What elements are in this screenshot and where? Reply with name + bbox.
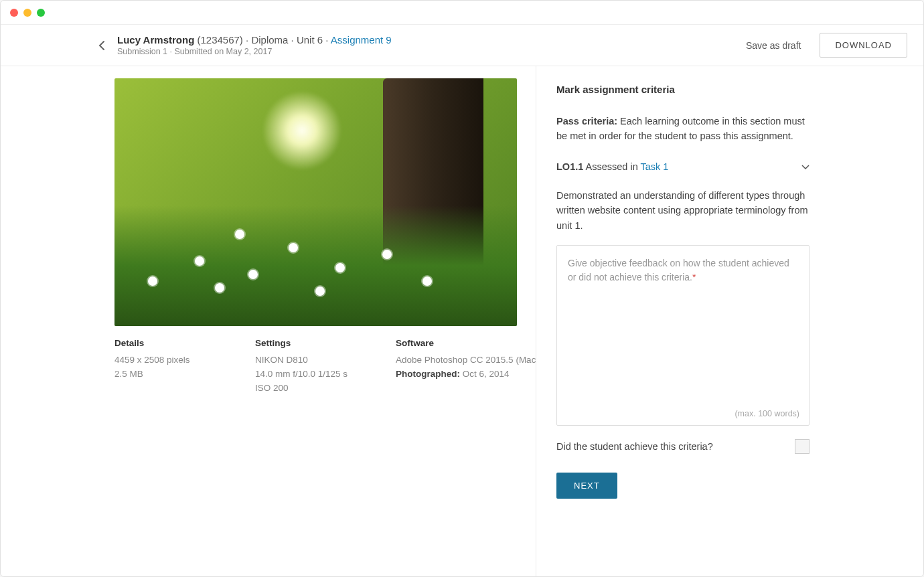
course-name: Diploma [251, 34, 288, 46]
breadcrumb: Lucy Armstrong (1234567) · Diploma · Uni… [117, 34, 392, 46]
flower-icon [289, 243, 298, 252]
image-filesize: 2.5 MB [114, 369, 215, 379]
settings-heading: Settings [255, 338, 356, 348]
word-counter: (max. 100 words) [735, 409, 799, 418]
next-button[interactable]: NEXT [556, 473, 617, 499]
flower-icon [195, 256, 204, 266]
details-heading: Details [114, 338, 215, 348]
feedback-placeholder: Give objective feedback on how the stude… [568, 256, 798, 284]
iso-value: ISO 200 [255, 383, 356, 393]
sun-icon [262, 90, 342, 171]
flower-icon [335, 263, 345, 272]
content: Details 4459 x 2508 pixels 2.5 MB Settin… [1, 66, 923, 576]
task-link[interactable]: Task 1 [640, 161, 668, 172]
lo-label: LO1.1 Assessed in Task 1 [556, 161, 668, 172]
software-heading: Software [396, 338, 536, 348]
chevron-down-icon[interactable] [801, 161, 810, 172]
lo-id: LO1.1 [556, 161, 583, 172]
flower-icon [148, 276, 157, 286]
lo-description: Demonstrated an understanding of differe… [556, 188, 810, 233]
header-right: Save as draft DOWNLOAD [746, 33, 907, 58]
page-header: Lucy Armstrong (1234567) · Diploma · Uni… [1, 25, 923, 66]
submission-image[interactable] [114, 78, 517, 326]
criteria-title: Mark assignment criteria [556, 84, 810, 95]
camera-model: NIKON D810 [255, 355, 356, 365]
image-dimensions: 4459 x 2508 pixels [114, 355, 215, 365]
flower-icon [315, 286, 325, 296]
lens-settings: 14.0 mm f/10.0 1/125 s [255, 369, 356, 379]
achieve-question: Did the student achieve this criteria? [556, 441, 713, 452]
photographed-date: Oct 6, 2014 [460, 369, 510, 379]
feedback-textarea[interactable]: Give objective feedback on how the stude… [556, 245, 810, 426]
window-close-icon[interactable] [10, 9, 18, 17]
achieve-row: Did the student achieve this criteria? [556, 439, 810, 454]
submission-info: Submission 1 · Submitted on May 2, 2017 [117, 47, 392, 56]
unit-name: Unit 6 [297, 34, 323, 46]
pass-label: Pass criteria: [556, 116, 617, 127]
meta-settings: Settings NIKON D810 14.0 mm f/10.0 1/125… [255, 338, 356, 397]
back-chevron-icon[interactable] [96, 39, 108, 52]
software-name: Adobe Photoshop CC 2015.5 (Macintosh) [396, 355, 536, 365]
titlebar [1, 1, 923, 25]
photo-date-row: Photographed: Oct 6, 2014 [396, 369, 536, 379]
required-asterisk: * [692, 272, 696, 282]
save-draft-link[interactable]: Save as draft [746, 40, 801, 51]
flower-icon [248, 270, 258, 279]
flower-icon [422, 276, 432, 286]
pass-criteria-text: Pass criteria: Each learning outcome in … [556, 114, 810, 144]
breadcrumb-wrap: Lucy Armstrong (1234567) · Diploma · Uni… [117, 34, 392, 56]
window-minimize-icon[interactable] [23, 9, 31, 17]
assignment-link[interactable]: Assignment 9 [331, 34, 392, 46]
app-window: Lucy Armstrong (1234567) · Diploma · Uni… [0, 0, 924, 577]
learning-outcome-row[interactable]: LO1.1 Assessed in Task 1 [556, 161, 810, 172]
window-zoom-icon[interactable] [37, 9, 45, 17]
download-button[interactable]: DOWNLOAD [820, 33, 907, 58]
student-name: Lucy Armstrong [117, 34, 194, 46]
grass [114, 205, 517, 326]
submission-panel: Details 4459 x 2508 pixels 2.5 MB Settin… [1, 66, 536, 576]
student-id: (1234567) [197, 34, 242, 46]
header-left: Lucy Armstrong (1234567) · Diploma · Uni… [9, 34, 392, 56]
flower-icon [382, 250, 392, 259]
achieve-checkbox[interactable] [795, 439, 810, 454]
flower-icon [235, 230, 244, 239]
image-metadata: Details 4459 x 2508 pixels 2.5 MB Settin… [114, 338, 517, 397]
meta-details: Details 4459 x 2508 pixels 2.5 MB [114, 338, 215, 397]
meta-software: Software Adobe Photoshop CC 2015.5 (Maci… [396, 338, 536, 397]
photographed-label: Photographed: [396, 369, 460, 379]
flower-icon [215, 283, 224, 293]
criteria-panel: Mark assignment criteria Pass criteria: … [536, 66, 923, 576]
